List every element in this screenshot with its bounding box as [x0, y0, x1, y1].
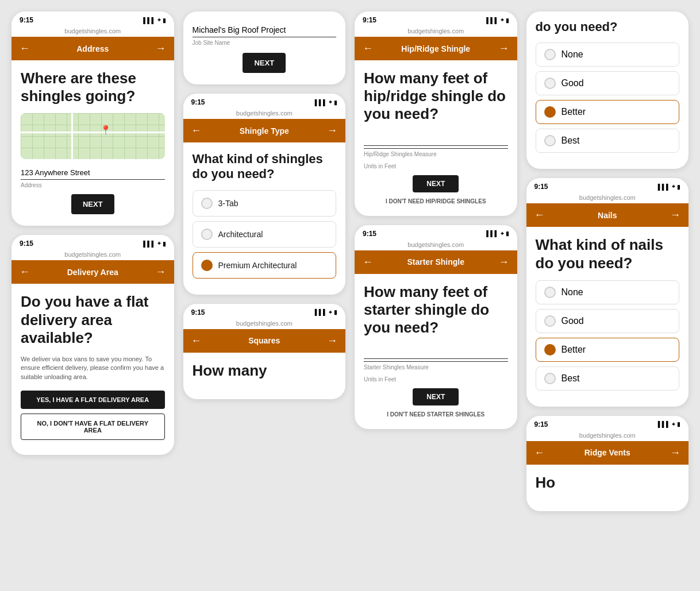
squares-nav-title: Squares	[248, 336, 280, 345]
status-icons-n: ▌▌▌ ⌖ ▮	[658, 183, 680, 190]
status-icons-rv: ▌▌▌ ⌖ ▮	[658, 421, 680, 428]
time-1: 9:15	[20, 16, 33, 24]
radio-best-1	[544, 135, 556, 146]
nails-none[interactable]: None	[536, 280, 680, 304]
website-1: budgetshingles.com	[11, 26, 174, 37]
quality-good[interactable]: Good	[536, 71, 680, 95]
signal-icon-rv: ▌▌▌	[658, 421, 670, 427]
nav-back-3[interactable]: ←	[191, 125, 202, 137]
signal-icon-3: ▌▌▌	[315, 99, 327, 106]
battery-icon-2: ▮	[163, 241, 166, 247]
nails-better-label: Better	[561, 345, 586, 355]
radio-good-1	[544, 78, 556, 89]
map-grid	[21, 113, 165, 159]
radio-nails-good	[544, 315, 556, 327]
quality-none-label: None	[561, 49, 583, 60]
jobsite-next-btn[interactable]: NEXT	[243, 53, 286, 73]
delivery-nav: ← Delivery Area →	[11, 260, 174, 284]
starter-body: How many feet of starter shingle do you …	[355, 274, 517, 430]
jobsite-input[interactable]	[193, 23, 337, 37]
signal-icon-n: ▌▌▌	[658, 184, 670, 190]
nav-back-rv[interactable]: ←	[534, 447, 545, 459]
nails-best[interactable]: Best	[536, 366, 680, 391]
no-delivery-btn[interactable]: NO, I DON'T HAVE A FLAT DELIVERY AREA	[21, 414, 165, 440]
nails-title: What kind of nails do you need?	[536, 236, 680, 272]
option-architectural[interactable]: Architectural	[193, 221, 337, 248]
starter-title: How many feet of starter shingle do you …	[364, 283, 508, 337]
delivery-card: 9:15 ▌▌▌ ⌖ ▮ budgetshingles.com ← Delive…	[11, 235, 174, 455]
address-next-btn[interactable]: NEXT	[71, 194, 114, 214]
nav-forward-sq[interactable]: →	[327, 335, 337, 347]
ridge-vents-card: 9:15 ▌▌▌ ⌖ ▮ budgetshingles.com ← Ridge …	[526, 416, 689, 511]
nav-back-sq[interactable]: ←	[191, 335, 202, 347]
starter-skip-link[interactable]: I DON'T NEED STARTER SHINGLES	[364, 411, 508, 418]
battery-icon-hr: ▮	[506, 17, 509, 24]
jobsite-label: Job Site Name	[193, 40, 337, 46]
squares-body: How many	[183, 353, 346, 399]
wifi-icon-2: ⌖	[157, 240, 161, 247]
nav-back-hr[interactable]: ←	[363, 43, 373, 55]
nav-back-1[interactable]: ←	[20, 43, 30, 55]
quality-best[interactable]: Best	[536, 129, 680, 153]
quality-none[interactable]: None	[536, 43, 680, 67]
wifi-icon-3: ⌖	[329, 99, 332, 106]
status-bar-n: 9:15 ▌▌▌ ⌖ ▮	[526, 178, 689, 193]
hipridge-title: How many feet of hip/ridge shingle do yo…	[364, 69, 508, 123]
battery-icon-ss: ▮	[506, 230, 509, 237]
hipridge-card: 9:15 ▌▌▌ ⌖ ▮ budgetshingles.com ← Hip/Ri…	[355, 11, 517, 216]
option-3tab[interactable]: 3-Tab	[193, 190, 337, 217]
nav-back-n[interactable]: ←	[534, 209, 545, 221]
ridge-vents-nav: ← Ridge Vents →	[526, 441, 689, 465]
shingle-type-card: 9:15 ▌▌▌ ⌖ ▮ budgetshingles.com ← Shingl…	[183, 94, 346, 295]
option-architectural-label: Architectural	[218, 230, 263, 239]
nav-forward-rv[interactable]: →	[670, 447, 680, 459]
nav-forward-n[interactable]: →	[670, 209, 680, 221]
address-input[interactable]	[21, 166, 165, 180]
jobsite-body: Job Site Name NEXT	[183, 11, 346, 84]
nails-good[interactable]: Good	[536, 309, 680, 333]
shingle-type-body: What kind of shingles do you need? 3-Tab…	[183, 142, 346, 295]
option-premium[interactable]: Premium Architectural	[193, 252, 337, 279]
nav-back-2[interactable]: ←	[20, 266, 30, 278]
nails-card: 9:15 ▌▌▌ ⌖ ▮ budgetshingles.com ← Nails …	[526, 178, 689, 406]
status-bar-2: 9:15 ▌▌▌ ⌖ ▮	[11, 235, 174, 250]
starter-next-btn[interactable]: NEXT	[413, 388, 459, 405]
quality-partial-card: do you need? None Good Better Best	[526, 11, 689, 169]
hipridge-measure-input[interactable]	[364, 132, 508, 146]
hipridge-next-btn[interactable]: NEXT	[413, 175, 459, 192]
shingle-type-nav: ← Shingle Type →	[183, 119, 346, 142]
nav-forward-2[interactable]: →	[155, 266, 166, 278]
status-icons-hr: ▌▌▌ ⌖ ▮	[486, 17, 509, 24]
address-label: Address	[21, 182, 165, 188]
nav-forward-3[interactable]: →	[327, 125, 337, 137]
yes-delivery-btn[interactable]: YES, I HAVE A FLAT DELIVERY AREA	[21, 391, 165, 409]
hipridge-nav: ← Hip/Ridge Shingle →	[355, 37, 517, 60]
status-icons-1: ▌▌▌ ⌖ ▮	[143, 17, 166, 24]
battery-icon-sq: ▮	[334, 309, 337, 315]
wifi-icon-n: ⌖	[672, 183, 675, 190]
quality-better[interactable]: Better	[536, 100, 680, 124]
website-n: budgetshingles.com	[526, 193, 689, 203]
hipridge-measure-label: Hip/Ridge Shingles Measure	[364, 151, 508, 157]
nails-better[interactable]: Better	[536, 338, 680, 362]
nails-none-label: None	[561, 287, 583, 298]
nav-forward-1[interactable]: →	[156, 43, 166, 55]
status-bar-sq: 9:15 ▌▌▌ ⌖ ▮	[183, 304, 346, 319]
hipridge-skip-link[interactable]: I DON'T NEED HIP/RIDGE SHINGLES	[364, 198, 508, 204]
website-sq: budgetshingles.com	[183, 319, 346, 329]
column-3: 9:15 ▌▌▌ ⌖ ▮ budgetshingles.com ← Hip/Ri…	[355, 11, 517, 429]
time-n: 9:15	[534, 183, 548, 191]
time-hr: 9:15	[363, 16, 376, 24]
nav-forward-ss[interactable]: →	[499, 256, 509, 268]
starter-measure-input[interactable]	[364, 345, 508, 359]
starter-nav: ← Starter Shingle →	[355, 250, 517, 274]
delivery-nav-title: Delivery Area	[67, 268, 118, 277]
jobsite-card: Job Site Name NEXT	[183, 11, 346, 84]
quality-better-label: Better	[561, 107, 586, 117]
hipridge-units-label: Units in Feet	[364, 163, 508, 169]
radio-nails-none	[544, 287, 556, 298]
nav-back-ss[interactable]: ←	[363, 256, 373, 268]
website-2: budgetshingles.com	[11, 250, 174, 260]
time-ss: 9:15	[363, 230, 376, 238]
nav-forward-hr[interactable]: →	[499, 43, 509, 55]
